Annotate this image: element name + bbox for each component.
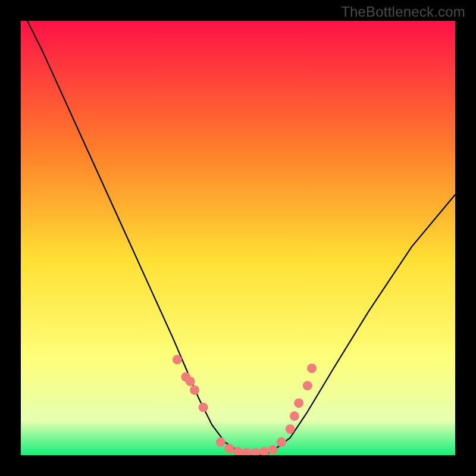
highlight-dot xyxy=(224,444,234,453)
highlight-dot xyxy=(268,445,277,455)
highlight-dot xyxy=(216,437,226,447)
watermark-text: TheBottleneck.com xyxy=(341,4,465,20)
plot-area xyxy=(21,21,455,455)
plot-svg xyxy=(21,21,455,455)
gradient-background xyxy=(21,21,455,455)
highlight-dot xyxy=(173,355,182,364)
highlight-dot xyxy=(307,364,317,373)
highlight-dot xyxy=(294,398,303,408)
highlight-dot xyxy=(290,411,299,421)
highlight-dot xyxy=(186,377,195,386)
highlight-dot xyxy=(277,437,286,447)
highlight-dot xyxy=(190,386,199,395)
highlight-dot xyxy=(199,403,208,412)
highlight-dot xyxy=(286,424,295,434)
chart-frame: TheBottleneck.com xyxy=(0,0,476,476)
highlight-dot xyxy=(303,381,312,390)
